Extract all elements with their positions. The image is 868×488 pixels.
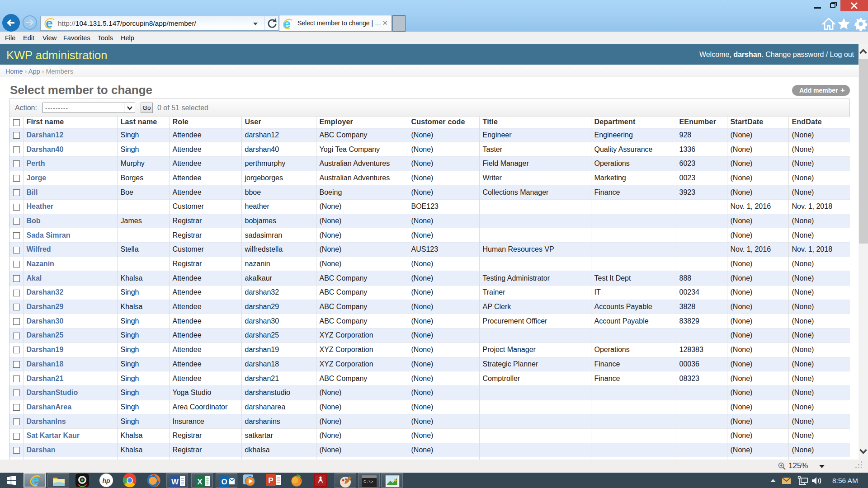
svg-text:hp: hp (102, 477, 110, 484)
svg-text:O: O (221, 478, 227, 486)
svg-text:P: P (268, 476, 273, 485)
svg-text:W: W (171, 478, 179, 486)
svg-text:C:\>: C:\> (363, 480, 373, 484)
svg-text:e: e (283, 17, 291, 31)
svg-text:X: X (197, 478, 203, 486)
svg-text:e: e (46, 17, 53, 30)
